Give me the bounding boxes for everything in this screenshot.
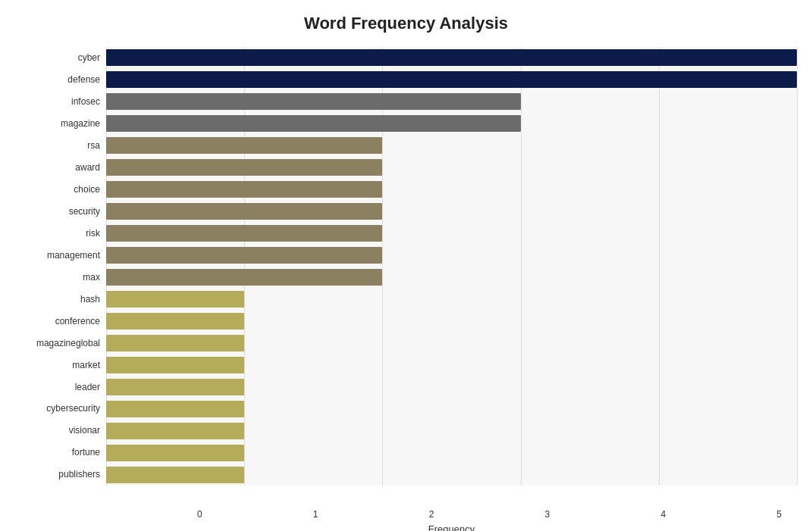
y-label-conference: conference (55, 317, 100, 326)
bar-row-magazineglobal (106, 332, 797, 354)
bar-row-choice (106, 179, 797, 201)
y-label-risk: risk (86, 229, 100, 238)
bar-award (106, 159, 382, 176)
y-label-visionar: visionar (69, 426, 100, 435)
x-axis-label: Frequency (106, 523, 797, 531)
y-label-rsa: rsa (87, 141, 100, 150)
bar-row-max (106, 267, 797, 289)
bar-security (106, 203, 382, 220)
bar-row-market (106, 354, 797, 376)
y-label-market: market (72, 361, 100, 370)
bar-max (106, 269, 382, 286)
y-label-magazine: magazine (61, 119, 100, 128)
bar-row-visionar (106, 420, 797, 442)
bar-row-award (106, 157, 797, 179)
bar-choice (106, 181, 382, 198)
bar-row-leader (106, 376, 797, 398)
bar-row-defense (106, 69, 797, 91)
y-label-choice: choice (74, 185, 100, 194)
bar-infosec (106, 93, 521, 110)
chart-area: cyberdefenseinfosecmagazinersaawardchoic… (15, 47, 797, 486)
bar-row-management (106, 245, 797, 267)
bar-row-conference (106, 310, 797, 332)
x-tick-1: 1 (313, 509, 318, 520)
bar-cyber (106, 49, 797, 66)
bar-magazine (106, 115, 521, 132)
y-label-leader: leader (75, 383, 100, 392)
x-tick-4: 4 (660, 509, 666, 520)
bar-row-cybersecurity (106, 398, 797, 420)
y-label-management: management (47, 251, 100, 260)
bar-market (106, 357, 244, 373)
bar-hash (106, 291, 244, 308)
bar-risk (106, 225, 382, 242)
bar-publishers (106, 467, 244, 483)
bar-management (106, 247, 382, 264)
bar-magazineglobal (106, 335, 244, 351)
x-axis: 012345 (197, 509, 782, 520)
y-label-max: max (83, 273, 100, 282)
bar-visionar (106, 423, 244, 439)
chart-title: Word Frequency Analysis (15, 8, 797, 39)
y-label-publishers: publishers (58, 470, 100, 479)
bar-row-fortune (106, 442, 797, 464)
bar-row-hash (106, 288, 797, 310)
bar-row-infosec (106, 91, 797, 113)
x-tick-2: 2 (429, 509, 434, 520)
bar-rsa (106, 137, 382, 154)
y-label-fortune: fortune (72, 448, 100, 457)
bar-row-cyber (106, 47, 797, 69)
x-tick-0: 0 (197, 509, 202, 520)
y-label-security: security (69, 207, 100, 216)
chart-container: Word Frequency Analysis cyberdefenseinfo… (0, 0, 812, 531)
bar-conference (106, 313, 244, 330)
y-label-cybersecurity: cybersecurity (46, 404, 100, 413)
y-label-hash: hash (80, 295, 100, 304)
x-tick-5: 5 (776, 509, 782, 520)
y-label-defense: defense (67, 75, 100, 84)
bar-leader (106, 379, 244, 395)
y-label-cyber: cyber (78, 53, 100, 62)
grid-line-5 (797, 47, 798, 486)
x-tick-3: 3 (545, 509, 550, 520)
bar-row-risk (106, 223, 797, 245)
bar-defense (106, 71, 797, 88)
bar-row-rsa (106, 135, 797, 157)
y-axis: cyberdefenseinfosecmagazinersaawardchoic… (15, 47, 106, 486)
bar-row-security (106, 201, 797, 223)
y-label-award: award (75, 163, 100, 172)
bar-fortune (106, 445, 244, 461)
bar-cybersecurity (106, 401, 244, 417)
y-label-magazineglobal: magazineglobal (36, 339, 100, 348)
bar-row-magazine (106, 113, 797, 135)
y-label-infosec: infosec (71, 97, 100, 106)
bars-and-grid: 012345 Frequency (106, 47, 797, 486)
bar-row-publishers (106, 464, 797, 486)
bars-wrapper (106, 47, 797, 486)
